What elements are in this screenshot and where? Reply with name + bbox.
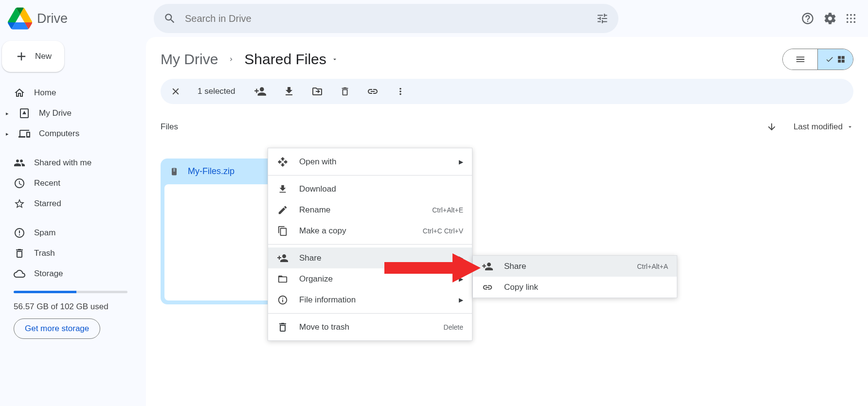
menu-label: Move to trash: [299, 322, 349, 332]
svg-point-5: [854, 18, 856, 19]
menu-item-download[interactable]: Download: [268, 178, 472, 199]
sidebar-nav: Home▸My Drive▸ComputersShared with meRec…: [2, 83, 138, 284]
new-button-label: New: [35, 52, 52, 61]
computers-icon: [18, 128, 30, 140]
nav-label: Computers: [39, 129, 79, 139]
nav-item-trash[interactable]: Trash: [2, 243, 138, 264]
nav-label: Shared with me: [34, 158, 91, 168]
menu-label: Organize: [299, 274, 333, 284]
context-menu: Open with▶DownloadRenameCtrl+Alt+EMake a…: [268, 148, 472, 341]
submenu-item-copy-link[interactable]: Copy link: [473, 277, 677, 298]
share-icon[interactable]: [254, 85, 267, 98]
nav-label: Recent: [34, 178, 60, 188]
menu-item-rename[interactable]: RenameCtrl+Alt+E: [268, 199, 472, 220]
nav-item-shared-with-me[interactable]: Shared with me: [2, 153, 138, 173]
menu-item-move-to-trash[interactable]: Move to trashDelete: [268, 317, 472, 337]
settings-icon[interactable]: [823, 12, 837, 25]
submenu-arrow-icon: ▶: [459, 297, 463, 303]
submenu-arrow-icon: ▶: [459, 255, 463, 262]
list-view-button[interactable]: [783, 49, 818, 70]
svg-rect-10: [173, 169, 175, 170]
nav-item-storage[interactable]: Storage: [2, 264, 138, 284]
close-icon[interactable]: [170, 86, 181, 97]
search-input[interactable]: [185, 13, 587, 24]
search-options-icon[interactable]: [596, 12, 609, 25]
svg-point-7: [850, 21, 852, 23]
nav-label: Home: [34, 88, 56, 98]
search-bar[interactable]: [154, 4, 618, 33]
chevron-right-icon: [228, 54, 235, 65]
recent-icon: [14, 177, 25, 189]
new-button[interactable]: New: [2, 41, 64, 72]
menu-label: Rename: [299, 205, 330, 215]
help-icon[interactable]: [801, 12, 814, 25]
share-icon: [277, 252, 289, 264]
svg-point-8: [854, 21, 856, 23]
menu-item-organize[interactable]: Organize▶: [268, 268, 472, 289]
nav-item-computers[interactable]: ▸Computers: [2, 124, 138, 144]
apps-icon[interactable]: [846, 13, 856, 24]
sidebar: New Home▸My Drive▸ComputersShared with m…: [0, 37, 146, 406]
svg-rect-11: [173, 170, 175, 171]
expand-arrow-icon[interactable]: ▸: [6, 131, 11, 137]
logo-area[interactable]: Drive: [8, 6, 154, 31]
link-icon: [482, 282, 493, 293]
link-icon[interactable]: [367, 86, 379, 97]
nav-label: Storage: [34, 269, 63, 279]
header: Drive: [0, 0, 868, 37]
svg-point-3: [847, 18, 849, 19]
menu-item-file-information[interactable]: File information▶: [268, 289, 472, 310]
breadcrumb: My Drive Shared Files: [146, 49, 868, 79]
svg-point-6: [847, 21, 849, 23]
mydrive-icon: [18, 107, 30, 119]
nav-label: Spam: [34, 228, 55, 238]
menu-item-make-a-copy[interactable]: Make a copyCtrl+C Ctrl+V: [268, 220, 472, 241]
more-icon[interactable]: [395, 86, 406, 97]
rename-icon: [277, 204, 289, 216]
submenu-item-share[interactable]: ShareCtrl+Alt+A: [473, 256, 677, 277]
breadcrumb-parent[interactable]: My Drive: [161, 51, 218, 68]
grid-view-button[interactable]: [818, 49, 853, 70]
menu-shortcut: Ctrl+C Ctrl+V: [423, 227, 463, 235]
storage-icon: [14, 268, 25, 280]
download-icon: [277, 183, 289, 195]
search-icon: [163, 12, 176, 25]
selection-count: 1 selected: [198, 87, 235, 96]
plus-icon: [15, 50, 28, 63]
menu-item-open-with[interactable]: Open with▶: [268, 151, 472, 172]
shared-icon: [14, 157, 25, 169]
get-storage-button[interactable]: Get more storage: [14, 318, 100, 339]
app-name: Drive: [37, 11, 68, 26]
breadcrumb-current[interactable]: Shared Files: [244, 51, 338, 68]
sort-dropdown-icon: [847, 124, 853, 130]
svg-point-1: [850, 14, 852, 16]
nav-item-starred[interactable]: Starred: [2, 194, 138, 214]
drive-logo-icon: [8, 6, 32, 31]
list-view-icon: [795, 54, 806, 65]
storage-bar: [14, 291, 127, 293]
download-icon[interactable]: [283, 86, 295, 97]
expand-arrow-icon[interactable]: ▸: [6, 110, 11, 117]
menu-item-share[interactable]: Share▶: [268, 247, 472, 268]
move-icon[interactable]: [311, 86, 323, 97]
menu-label: Make a copy: [299, 226, 346, 236]
info-icon: [277, 294, 289, 306]
nav-item-recent[interactable]: Recent: [2, 173, 138, 194]
sort-control[interactable]: Last modified: [766, 122, 853, 132]
delete-icon[interactable]: [340, 86, 350, 97]
menu-label: Download: [299, 184, 336, 194]
menu-shortcut: Ctrl+Alt+A: [637, 263, 668, 270]
submenu-arrow-icon: ▶: [459, 159, 463, 165]
nav-item-my-drive[interactable]: ▸My Drive: [2, 103, 138, 124]
menu-shortcut: Ctrl+Alt+E: [432, 206, 463, 214]
grid-view-icon: [837, 55, 846, 64]
nav-item-home[interactable]: Home: [2, 83, 138, 103]
menu-label: Share: [504, 262, 526, 271]
share-icon: [482, 261, 493, 272]
menu-label: File information: [299, 295, 356, 305]
header-actions: [801, 12, 860, 25]
copy-icon: [277, 225, 289, 237]
organize-icon: [277, 273, 289, 285]
nav-item-spam[interactable]: Spam: [2, 223, 138, 243]
trash-icon: [14, 247, 25, 259]
